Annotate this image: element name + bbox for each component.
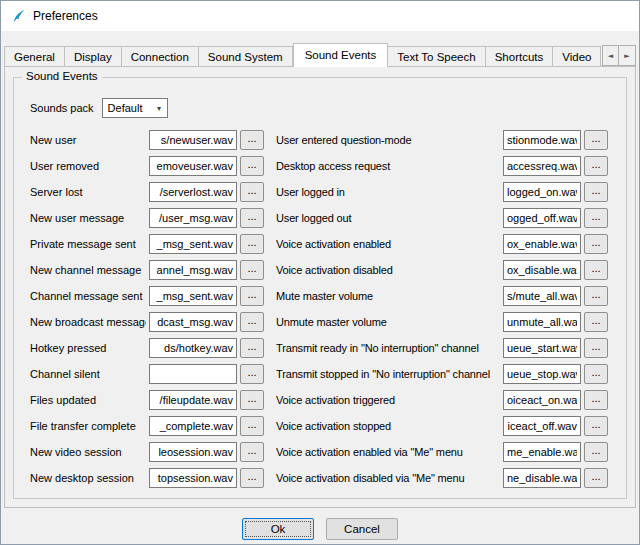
- sound-event-label: User entered question-mode: [276, 134, 500, 146]
- sound-event-label: Server lost: [30, 186, 146, 198]
- sound-file-input[interactable]: [149, 442, 237, 462]
- sound-event-row: Mute master volume ...: [276, 286, 608, 306]
- tab-display[interactable]: Display: [65, 46, 122, 66]
- browse-button[interactable]: ...: [584, 260, 608, 280]
- sound-event-label: File transfer complete: [30, 420, 146, 432]
- sound-events-group: Sound Events Sounds pack Default ▾ New u…: [13, 77, 627, 499]
- browse-button[interactable]: ...: [584, 364, 608, 384]
- sound-file-input[interactable]: [503, 312, 581, 332]
- browse-button[interactable]: ...: [584, 234, 608, 254]
- tab-sound-events[interactable]: Sound Events: [293, 43, 389, 67]
- sound-file-input[interactable]: [503, 364, 581, 384]
- cancel-button[interactable]: Cancel: [326, 518, 398, 540]
- browse-button[interactable]: ...: [240, 156, 264, 176]
- tab-text-to-speech[interactable]: Text To Speech: [388, 46, 485, 66]
- sound-file-input[interactable]: [149, 234, 237, 254]
- sound-event-row: Voice activation disabled ...: [276, 260, 608, 280]
- browse-button[interactable]: ...: [240, 234, 264, 254]
- browse-button[interactable]: ...: [240, 338, 264, 358]
- browse-button[interactable]: ...: [584, 338, 608, 358]
- tab-scroll-buttons: ◄ ►: [602, 45, 636, 66]
- tab-video[interactable]: Video: [553, 46, 601, 66]
- sound-file-input[interactable]: [503, 260, 581, 280]
- browse-button[interactable]: ...: [584, 156, 608, 176]
- sound-events-column-right: User entered question-mode ... Desktop a…: [276, 130, 608, 488]
- tab-scroll-right-button[interactable]: ►: [619, 45, 636, 66]
- browse-button[interactable]: ...: [240, 390, 264, 410]
- sound-file-input[interactable]: [149, 130, 237, 150]
- sound-file-input[interactable]: [149, 286, 237, 306]
- browse-button[interactable]: ...: [240, 442, 264, 462]
- sound-event-row: Private message sent ...: [30, 234, 264, 254]
- sound-file-input[interactable]: [503, 468, 581, 488]
- sounds-pack-select[interactable]: Default ▾: [102, 98, 168, 118]
- sound-file-input[interactable]: [149, 182, 237, 202]
- sounds-pack-value: Default: [108, 102, 143, 114]
- sound-file-input[interactable]: [503, 234, 581, 254]
- sound-event-row: New channel message ...: [30, 260, 264, 280]
- tab-scroll-left-button[interactable]: ◄: [602, 45, 619, 66]
- browse-button[interactable]: ...: [584, 182, 608, 202]
- browse-button[interactable]: ...: [240, 416, 264, 436]
- browse-button[interactable]: ...: [240, 130, 264, 150]
- sound-file-input[interactable]: [503, 390, 581, 410]
- tab-shortcuts[interactable]: Shortcuts: [486, 46, 554, 66]
- groupbox-title: Sound Events: [22, 70, 102, 82]
- sound-file-input[interactable]: [503, 208, 581, 228]
- sound-file-input[interactable]: [503, 442, 581, 462]
- sound-event-label: Desktop access request: [276, 160, 500, 172]
- sound-file-input[interactable]: [503, 156, 581, 176]
- sound-event-row: User logged out ...: [276, 208, 608, 228]
- browse-button[interactable]: ...: [584, 468, 608, 488]
- sound-event-row: File transfer complete ...: [30, 416, 264, 436]
- sound-file-input[interactable]: [149, 390, 237, 410]
- sound-file-input[interactable]: [503, 182, 581, 202]
- sound-event-label: New channel message: [30, 264, 146, 276]
- sound-file-input[interactable]: [149, 208, 237, 228]
- sound-file-input[interactable]: [149, 416, 237, 436]
- browse-button[interactable]: ...: [240, 312, 264, 332]
- browse-button[interactable]: ...: [584, 416, 608, 436]
- sounds-pack-label: Sounds pack: [30, 102, 94, 114]
- window-title: Preferences: [33, 9, 98, 23]
- tab-general[interactable]: General: [4, 46, 65, 66]
- browse-button[interactable]: ...: [240, 468, 264, 488]
- app-icon: [10, 8, 26, 24]
- sound-event-row: Channel message sent ...: [30, 286, 264, 306]
- titlebar[interactable]: Preferences: [1, 1, 639, 31]
- browse-button[interactable]: ...: [584, 312, 608, 332]
- browse-button[interactable]: ...: [240, 260, 264, 280]
- sound-file-input[interactable]: [149, 364, 237, 384]
- browse-button[interactable]: ...: [584, 130, 608, 150]
- sound-event-label: New video session: [30, 446, 146, 458]
- sound-file-input[interactable]: [503, 416, 581, 436]
- sound-event-label: New desktop session: [30, 472, 146, 484]
- browse-button[interactable]: ...: [240, 286, 264, 306]
- browse-button[interactable]: ...: [240, 208, 264, 228]
- sound-file-input[interactable]: [149, 260, 237, 280]
- ok-button[interactable]: Ok: [242, 518, 314, 540]
- tab-connection[interactable]: Connection: [122, 46, 199, 66]
- browse-button[interactable]: ...: [584, 390, 608, 410]
- sound-event-label: New user: [30, 134, 146, 146]
- sound-event-label: Channel silent: [30, 368, 146, 380]
- tab-sound-system[interactable]: Sound System: [199, 46, 293, 66]
- browse-button[interactable]: ...: [240, 364, 264, 384]
- sounds-pack-row: Sounds pack Default ▾: [30, 98, 614, 118]
- sound-file-input[interactable]: [503, 286, 581, 306]
- sound-event-row: Voice activation enabled ...: [276, 234, 608, 254]
- sound-file-input[interactable]: [503, 130, 581, 150]
- browse-button[interactable]: ...: [584, 442, 608, 462]
- sound-file-input[interactable]: [149, 312, 237, 332]
- browse-button[interactable]: ...: [584, 286, 608, 306]
- sound-events-columns: New user ... User removed ... Server los…: [30, 130, 614, 488]
- sound-event-row: New broadcast message ...: [30, 312, 264, 332]
- sound-file-input[interactable]: [149, 338, 237, 358]
- sound-event-label: Unmute master volume: [276, 316, 500, 328]
- sound-file-input[interactable]: [149, 468, 237, 488]
- browse-button[interactable]: ...: [240, 182, 264, 202]
- sound-file-input[interactable]: [149, 156, 237, 176]
- browse-button[interactable]: ...: [584, 208, 608, 228]
- sound-event-label: Files updated: [30, 394, 146, 406]
- sound-file-input[interactable]: [503, 338, 581, 358]
